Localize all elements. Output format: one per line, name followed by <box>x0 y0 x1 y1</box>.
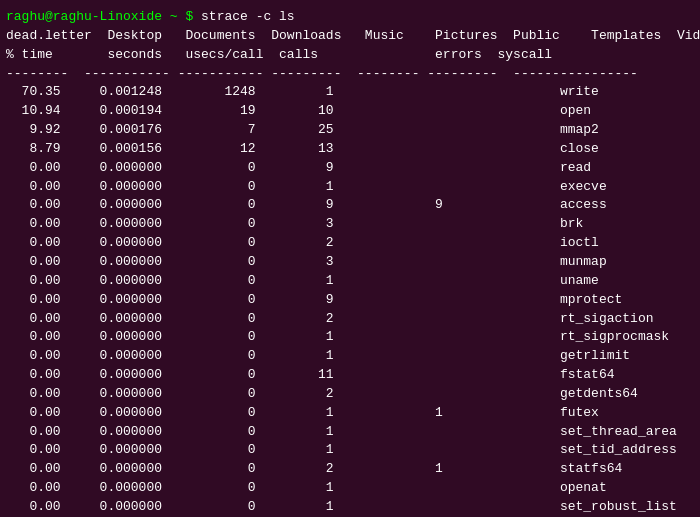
table-row: 0.00 0.000000 0 11 fstat64 <box>6 366 694 385</box>
table-row: 0.00 0.000000 0 9 mprotect <box>6 291 694 310</box>
table-row: 9.92 0.000176 7 25 mmap2 <box>6 121 694 140</box>
prompt1: raghu@raghu-Linoxide ~ $ <box>6 9 201 24</box>
table-row: 0.00 0.000000 0 1 uname <box>6 272 694 291</box>
table-row: 0.00 0.000000 0 9 9 access <box>6 196 694 215</box>
column-header: % time seconds usecs/call calls errors s… <box>6 46 694 65</box>
terminal-window: raghu@raghu-Linoxide ~ $ strace -c ls de… <box>6 8 694 517</box>
table-row: 0.00 0.000000 0 1 openat <box>6 479 694 498</box>
table-row: 70.35 0.001248 1248 1 write <box>6 83 694 102</box>
command-line: raghu@raghu-Linoxide ~ $ strace -c ls <box>6 8 694 27</box>
table-row: 0.00 0.000000 0 3 brk <box>6 215 694 234</box>
table-row: 0.00 0.000000 0 1 getrlimit <box>6 347 694 366</box>
command1: strace -c ls <box>201 9 295 24</box>
ls-output-header: dead.letter Desktop Documents Downloads … <box>6 27 694 46</box>
table-row: 0.00 0.000000 0 2 1 statfs64 <box>6 460 694 479</box>
table-row: 0.00 0.000000 0 9 read <box>6 159 694 178</box>
table-row: 8.79 0.000156 12 13 close <box>6 140 694 159</box>
table-row: 10.94 0.000194 19 10 open <box>6 102 694 121</box>
table-row: 0.00 0.000000 0 1 1 futex <box>6 404 694 423</box>
table-row: 0.00 0.000000 0 2 getdents64 <box>6 385 694 404</box>
table-row: 0.00 0.000000 0 1 set_thread_area <box>6 423 694 442</box>
table-row: 0.00 0.000000 0 1 set_robust_list <box>6 498 694 517</box>
divider-top: -------- ----------- ----------- -------… <box>6 65 694 84</box>
table-row: 0.00 0.000000 0 1 execve <box>6 178 694 197</box>
table-row: 0.00 0.000000 0 1 rt_sigprocmask <box>6 328 694 347</box>
table-row: 0.00 0.000000 0 2 ioctl <box>6 234 694 253</box>
table-row: 0.00 0.000000 0 2 rt_sigaction <box>6 310 694 329</box>
table-row: 0.00 0.000000 0 1 set_tid_address <box>6 441 694 460</box>
table-row: 0.00 0.000000 0 3 munmap <box>6 253 694 272</box>
strace-rows: 70.35 0.001248 1248 1 write 10.94 0.0001… <box>6 83 694 516</box>
